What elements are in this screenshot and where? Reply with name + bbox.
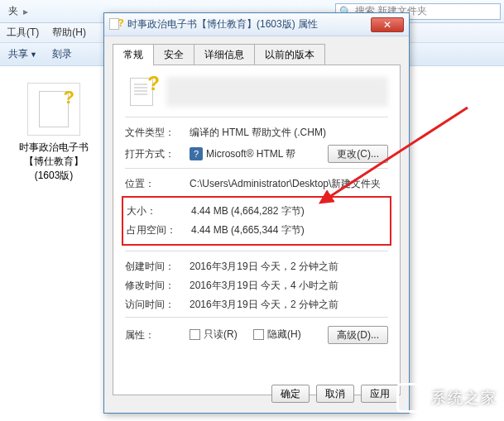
chevron-down-icon: ▼ [30,50,37,59]
divider [125,251,388,251]
label-accessed: 访问时间： [125,298,190,312]
tab-details[interactable]: 详细信息 [194,44,255,65]
tab-strip: 常规 安全 详细信息 以前的版本 [104,36,409,65]
file-item[interactable]: 时事政治电子书【博仕教育】(1603版) [17,83,91,182]
checkbox-readonly[interactable]: 只读(R) [190,328,238,342]
breadcrumb-segment[interactable]: 夹 [3,2,23,20]
label-attributes: 属性： [125,328,190,342]
label-created: 创建时间： [125,260,190,274]
tab-previous-versions[interactable]: 以前的版本 [254,44,325,65]
value-created: 2016年3月19日 今天，2 分钟之前 [190,260,388,274]
file-name: 时事政治电子书【博仕教育】(1603版) [17,141,91,182]
value-size: 4.44 MB (4,664,282 字节) [191,204,386,218]
label-modified: 修改时间： [125,279,190,293]
label-location: 位置： [125,177,190,191]
value-size-on-disk: 4.44 MB (4,665,344 字节) [191,223,386,237]
divider [125,117,388,117]
ok-button[interactable]: 确定 [271,385,310,403]
tab-security[interactable]: 安全 [153,44,194,65]
chm-file-icon: ? [109,18,122,31]
divider [125,168,388,169]
toolbar-share[interactable]: 共享▼ [8,47,37,61]
watermark-text: 系统之家 [431,388,497,408]
close-button[interactable]: ✕ [371,17,404,32]
watermark: 系统之家 [396,383,497,413]
chm-file-icon: ? [125,75,158,108]
value-opens-with: ?Microsoft® HTML 帮 [190,147,328,161]
value-accessed: 2016年3月19日 今天，2 分钟之前 [190,298,388,312]
label-file-type: 文件类型： [125,126,190,140]
toolbar-burn[interactable]: 刻录 [52,47,72,61]
cancel-button[interactable]: 取消 [316,385,354,403]
chm-file-icon [27,83,80,136]
menu-help[interactable]: 帮助(H) [52,26,86,40]
change-button[interactable]: 更改(C)... [328,145,388,163]
chevron-right-icon[interactable]: ▸ [23,6,28,17]
properties-dialog: ? 时事政治电子书【博仕教育】(1603版) 属性 ✕ 常规 安全 详细信息 以… [103,12,410,414]
value-location: C:\Users\Administrator\Desktop\新建文件夹 [190,177,388,191]
label-size: 大小： [127,204,191,218]
html-help-icon: ? [190,147,203,160]
attributes-group: 只读(R) 隐藏(H) [190,328,328,342]
value-modified: 2016年3月19日 今天，4 小时之前 [190,279,388,293]
filename-field[interactable] [166,77,388,107]
apply-button[interactable]: 应用 [361,385,399,403]
divider [125,317,388,318]
dialog-buttons: 确定 取消 应用 [271,385,409,403]
titlebar[interactable]: ? 时事政治电子书【博仕教育】(1603版) 属性 ✕ [104,13,409,36]
checkbox-hidden[interactable]: 隐藏(H) [253,328,301,342]
dialog-title: 时事政治电子书【博仕教育】(1603版) 属性 [127,17,371,31]
tab-general[interactable]: 常规 [113,44,154,65]
watermark-logo-icon [396,383,426,413]
advanced-button[interactable]: 高级(D)... [328,326,388,344]
tab-body-general: ? 文件类型： 编译的 HTML 帮助文件 (.CHM) 打开方式： ?Micr… [113,65,401,395]
value-file-type: 编译的 HTML 帮助文件 (.CHM) [190,126,388,140]
label-opens-with: 打开方式： [125,147,190,161]
highlight-box: 大小： 4.44 MB (4,664,282 字节) 占用空间： 4.44 MB… [122,196,391,246]
menu-tools[interactable]: 工具(T) [7,26,39,40]
label-size-on-disk: 占用空间： [127,223,191,237]
